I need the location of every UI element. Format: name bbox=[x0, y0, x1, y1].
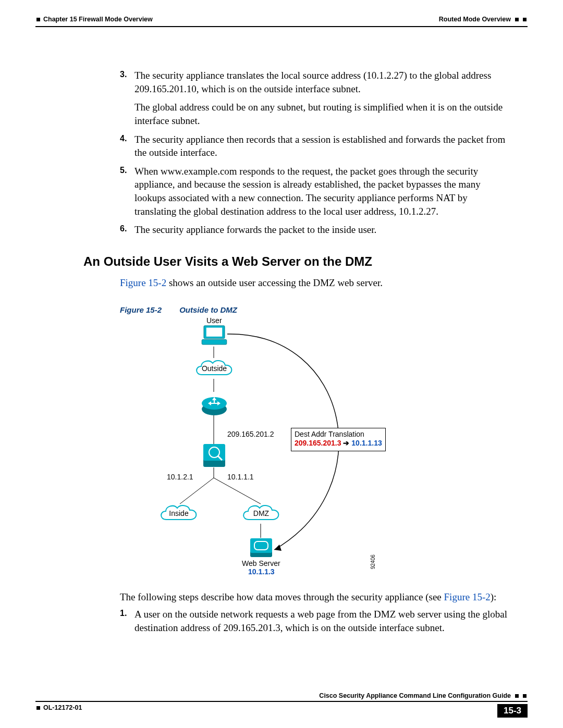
trans-line: 209.165.201.3 ➔ 10.1.1.13 bbox=[295, 439, 382, 448]
svg-rect-9 bbox=[206, 327, 222, 336]
trans-to-ip: 10.1.1.13 bbox=[351, 439, 382, 447]
inside-cloud: Inside bbox=[158, 503, 199, 525]
header-bullet-icon bbox=[515, 18, 519, 21]
trans-title: Dest Addr Translation bbox=[295, 430, 382, 439]
outro-paragraph: The following steps describe how data mo… bbox=[120, 590, 511, 604]
header-bullet-icon bbox=[523, 18, 527, 21]
dmz-cloud: DMZ bbox=[241, 503, 282, 525]
guide-title: Cisco Security Appliance Command Line Co… bbox=[319, 692, 511, 699]
svg-rect-14 bbox=[203, 444, 225, 461]
outside-cloud: Outside bbox=[194, 358, 235, 380]
dmz-ip-label: 10.1.1.1 bbox=[227, 473, 254, 481]
doc-id-text: OL-12172-01 bbox=[43, 704, 82, 711]
step-text: The security appliance translates the lo… bbox=[134, 70, 491, 94]
step-number: 6. bbox=[120, 223, 127, 235]
inside-label: Inside bbox=[158, 509, 199, 517]
step-5: 5. When www.example.com responds to the … bbox=[120, 165, 511, 218]
svg-line-4 bbox=[180, 478, 214, 504]
step-number: 1. bbox=[120, 608, 127, 619]
router-icon bbox=[201, 392, 227, 416]
step-3-note: The global address could be on any subne… bbox=[134, 101, 511, 127]
step-4: 4. The security appliance then records t… bbox=[120, 133, 511, 159]
figure-ref-link[interactable]: Figure 15-2 bbox=[120, 277, 166, 288]
step-3: 3. The security appliance translates the… bbox=[120, 69, 511, 128]
running-header-left: Chapter 15 Firewall Mode Overview bbox=[36, 16, 153, 23]
outro-post: ): bbox=[491, 591, 497, 602]
step-1: 1. A user on the outside network request… bbox=[120, 608, 511, 634]
diagram-number: 92406 bbox=[370, 554, 376, 569]
webserver-label: Web Server bbox=[242, 559, 280, 567]
intro-text: shows an outside user accessing the DMZ … bbox=[166, 277, 383, 288]
figure-ref-link[interactable]: Figure 15-2 bbox=[444, 591, 491, 602]
main-content: 3. The security appliance translates the… bbox=[31, 69, 532, 635]
figure-diagram: User Outside bbox=[151, 316, 422, 587]
svg-rect-10 bbox=[202, 339, 227, 344]
firewall-icon bbox=[202, 443, 226, 468]
dmz-label: DMZ bbox=[241, 509, 282, 517]
chapter-label: Chapter 15 Firewall Mode Overview bbox=[43, 16, 153, 23]
diagram-lines-icon bbox=[151, 316, 422, 587]
server-icon bbox=[249, 537, 273, 558]
step-6: 6. The security appliance forwards the p… bbox=[120, 223, 511, 237]
figure-caption: Figure 15-2 Outside to DMZ bbox=[120, 305, 511, 314]
svg-line-5 bbox=[214, 478, 261, 504]
svg-marker-7 bbox=[274, 545, 282, 551]
user-label: User bbox=[206, 316, 222, 325]
doc-id: OL-12172-01 bbox=[31, 704, 82, 711]
step-number: 3. bbox=[120, 69, 127, 80]
step-text: The security appliance forwards the pack… bbox=[134, 224, 376, 235]
footer-bullet-icon bbox=[515, 694, 519, 698]
footer-bullet-icon bbox=[523, 694, 527, 698]
section-label: Routed Mode Overview bbox=[439, 16, 511, 23]
step-text: A user on the outside network requests a… bbox=[134, 609, 507, 633]
webserver-ip: 10.1.1.3 bbox=[248, 567, 275, 576]
outside-ip-label: 209.165.201.2 bbox=[227, 430, 274, 438]
header-bullet-icon bbox=[36, 18, 40, 21]
arrow-icon: ➔ bbox=[343, 439, 351, 447]
page-number: 15-3 bbox=[497, 704, 528, 718]
page-footer: Cisco Security Appliance Command Line Co… bbox=[31, 692, 532, 718]
step-number: 5. bbox=[120, 165, 127, 176]
section-heading: An Outside User Visits a Web Server on t… bbox=[83, 254, 511, 269]
translation-box: Dest Addr Translation 209.165.201.3 ➔ 10… bbox=[291, 428, 386, 451]
intro-paragraph: Figure 15-2 shows an outside user access… bbox=[120, 276, 511, 290]
header-rule bbox=[35, 26, 528, 27]
inside-ip-label: 10.1.2.1 bbox=[167, 473, 193, 481]
monitor-icon bbox=[201, 325, 227, 346]
svg-rect-18 bbox=[250, 538, 272, 553]
step-number: 4. bbox=[120, 133, 127, 144]
step-text: When www.example.com responds to the req… bbox=[134, 166, 481, 217]
trans-from-ip: 209.165.201.3 bbox=[295, 439, 341, 447]
figure-title: Outside to DMZ bbox=[179, 305, 237, 314]
footer-bullet-icon bbox=[36, 706, 40, 710]
step-text: The security appliance then records that… bbox=[134, 134, 505, 158]
running-header-right: Routed Mode Overview bbox=[439, 16, 527, 23]
outro-pre: The following steps describe how data mo… bbox=[120, 591, 444, 602]
outside-label: Outside bbox=[194, 364, 235, 373]
figure-number: Figure 15-2 bbox=[120, 305, 177, 314]
